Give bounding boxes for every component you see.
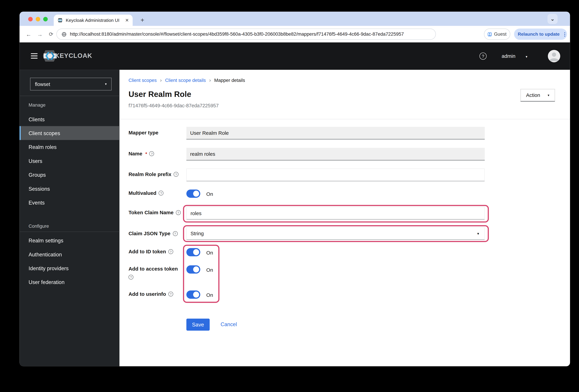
claim-json-type-value: String bbox=[190, 231, 204, 236]
relaunch-to-update-button[interactable]: Relaunch to update ⋮ bbox=[514, 28, 567, 40]
multivalued-state: On bbox=[206, 191, 213, 197]
browser-menu-icon[interactable]: ⋮ bbox=[562, 31, 567, 37]
sidebar-item-identity-providers[interactable]: Identity providers bbox=[19, 261, 119, 275]
sidebar-item-client-scopes[interactable]: Client scopes bbox=[19, 126, 119, 140]
guest-avatar-icon bbox=[488, 31, 492, 37]
avatar-icon bbox=[548, 50, 560, 62]
sidebar-item-groups[interactable]: Groups bbox=[19, 168, 119, 181]
claim-json-type-label: Claim JSON Type ? bbox=[129, 231, 177, 236]
breadcrumb-sep-icon: › bbox=[160, 77, 162, 83]
minimize-window-button[interactable] bbox=[36, 17, 40, 21]
relaunch-label: Relaunch to update bbox=[518, 32, 560, 37]
keycloak-logo[interactable]: KEYCLOAK bbox=[42, 50, 92, 62]
reload-icon[interactable]: ⟳ bbox=[47, 30, 56, 38]
profile-label: Guest bbox=[494, 32, 507, 37]
tab-close-icon[interactable]: ✕ bbox=[125, 18, 129, 23]
sidebar-item-events[interactable]: Events bbox=[19, 195, 119, 209]
sidebar-item-clients[interactable]: Clients bbox=[19, 112, 119, 126]
mapper-type-input bbox=[186, 127, 485, 140]
profile-button[interactable]: Guest bbox=[484, 28, 510, 40]
tab-search-button[interactable]: ⌄ bbox=[547, 14, 558, 24]
nav-toggle-icon[interactable] bbox=[31, 52, 38, 60]
claim-json-type-select[interactable]: String ▾ bbox=[186, 227, 485, 240]
multivalued-toggle[interactable] bbox=[186, 189, 200, 198]
nav-group-configure: Configure bbox=[28, 224, 49, 229]
required-asterisk: * bbox=[145, 151, 147, 156]
name-help-icon[interactable]: ? bbox=[149, 151, 154, 156]
breadcrumb-mapper-details: Mapper details bbox=[214, 77, 245, 83]
tab-title: Keycloak Administration UI bbox=[66, 18, 122, 23]
action-caret-icon: ▾ bbox=[548, 93, 549, 97]
keycloak-favicon bbox=[58, 18, 63, 23]
brand-text: KEYCLOAK bbox=[55, 52, 92, 60]
nav-group-manage: Manage bbox=[28, 103, 45, 108]
new-tab-button[interactable]: + bbox=[138, 15, 147, 25]
realm-role-prefix-help-icon[interactable]: ? bbox=[174, 172, 179, 177]
page-subtitle: f71476f5-4649-4c66-9dac-87eda7225957 bbox=[129, 103, 218, 109]
close-window-button[interactable] bbox=[28, 17, 33, 21]
sidebar-item-realm-roles[interactable]: Realm roles bbox=[19, 140, 119, 154]
realm-name: flowset bbox=[35, 81, 50, 87]
help-icon[interactable]: ? bbox=[479, 53, 487, 60]
add-to-userinfo-label: Add to userinfo ? bbox=[129, 291, 173, 297]
sidebar-divider bbox=[19, 231, 119, 232]
realm-role-prefix-label: Realm Role prefix ? bbox=[129, 171, 178, 177]
sidebar: flowset ▾ Manage Clients Client scopes R… bbox=[19, 70, 119, 366]
address-bar[interactable]: http://localhost:8180/admin/master/conso… bbox=[56, 28, 436, 40]
realm-caret-icon: ▾ bbox=[105, 82, 107, 86]
user-menu-caret-icon[interactable]: ▾ bbox=[526, 55, 527, 58]
add-to-access-token-help-icon[interactable]: ? bbox=[129, 275, 133, 280]
add-to-id-token-help-icon[interactable]: ? bbox=[168, 249, 173, 254]
save-button[interactable]: Save bbox=[186, 319, 210, 331]
back-icon[interactable]: ← bbox=[24, 30, 33, 38]
main-content: Client scopes › Client scope details › M… bbox=[120, 70, 570, 366]
sidebar-item-sessions[interactable]: Sessions bbox=[19, 182, 119, 195]
name-label: Name* ? bbox=[129, 151, 154, 156]
forward-icon[interactable]: → bbox=[35, 30, 44, 38]
sidebar-item-users[interactable]: Users bbox=[19, 154, 119, 168]
breadcrumb: Client scopes › Client scope details › M… bbox=[129, 77, 245, 83]
user-menu[interactable]: admin bbox=[502, 53, 515, 59]
name-input bbox=[186, 148, 485, 161]
masthead: KEYCLOAK ? admin ▾ bbox=[19, 43, 570, 70]
add-to-id-token-label: Add to ID token ? bbox=[129, 249, 173, 255]
multivalued-label: Multivalued ? bbox=[129, 190, 163, 196]
action-dropdown-button[interactable]: Action ▾ bbox=[520, 89, 555, 102]
sidebar-divider bbox=[19, 96, 119, 96]
breadcrumb-sep-icon: › bbox=[209, 77, 211, 83]
add-to-userinfo-help-icon[interactable]: ? bbox=[168, 291, 173, 296]
add-to-id-token-state: On bbox=[206, 250, 213, 256]
screen: Keycloak Administration UI ✕ + ⌄ ← → ⟳ h… bbox=[0, 0, 579, 392]
token-claim-name-label: Token Claim Name ? bbox=[129, 210, 181, 216]
add-to-id-token-toggle[interactable] bbox=[186, 248, 200, 256]
add-to-userinfo-state: On bbox=[206, 292, 213, 298]
add-to-userinfo-toggle[interactable] bbox=[186, 290, 200, 299]
url-text: http://localhost:8180/admin/master/conso… bbox=[70, 32, 404, 37]
mapper-type-label: Mapper type bbox=[129, 130, 158, 135]
cancel-link[interactable]: Cancel bbox=[220, 321, 237, 327]
realm-selector[interactable]: flowset ▾ bbox=[30, 78, 112, 90]
add-to-access-token-toggle[interactable] bbox=[186, 265, 200, 274]
browser-toolbar: ← → ⟳ http://localhost:8180/admin/master… bbox=[19, 26, 570, 43]
add-to-access-token-state: On bbox=[206, 267, 213, 273]
token-claim-name-input[interactable] bbox=[186, 207, 485, 220]
token-claim-name-help-icon[interactable]: ? bbox=[176, 210, 181, 215]
breadcrumb-client-scopes[interactable]: Client scopes bbox=[129, 77, 157, 83]
avatar[interactable] bbox=[548, 50, 560, 62]
browser-tabstrip: Keycloak Administration UI ✕ + ⌄ bbox=[19, 12, 570, 26]
claim-json-type-help-icon[interactable]: ? bbox=[173, 231, 178, 236]
realm-role-prefix-input[interactable] bbox=[186, 168, 485, 181]
page-title: User Realm Role bbox=[129, 90, 191, 99]
breadcrumb-client-scope-details[interactable]: Client scope details bbox=[165, 77, 206, 83]
sidebar-item-realm-settings[interactable]: Realm settings bbox=[19, 233, 119, 247]
browser-window: Keycloak Administration UI ✕ + ⌄ ← → ⟳ h… bbox=[19, 12, 570, 366]
multivalued-help-icon[interactable]: ? bbox=[159, 191, 164, 196]
header-divider bbox=[120, 119, 570, 119]
app-body: flowset ▾ Manage Clients Client scopes R… bbox=[19, 70, 570, 366]
select-caret-icon: ▾ bbox=[477, 231, 479, 235]
maximize-window-button[interactable] bbox=[43, 17, 48, 21]
sidebar-item-user-federation[interactable]: User federation bbox=[19, 275, 119, 289]
site-info-icon[interactable] bbox=[62, 32, 67, 37]
browser-tab[interactable]: Keycloak Administration UI ✕ bbox=[54, 15, 133, 26]
sidebar-item-authentication[interactable]: Authentication bbox=[19, 247, 119, 261]
